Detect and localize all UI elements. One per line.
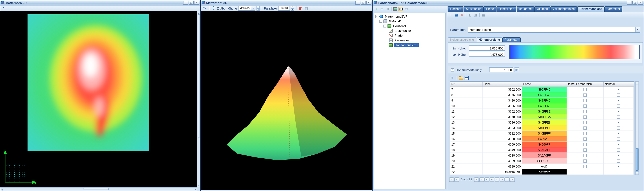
nav-down-button[interactable]: ▼	[500, 177, 504, 182]
tab-parameter[interactable]: Parameter	[604, 6, 622, 12]
sheet-icon[interactable]: ▤	[454, 12, 459, 17]
table-row[interactable]: 13 3756,000 $40FFE8 ✓	[450, 120, 634, 125]
sichtbar-checkbox[interactable]: ✓	[617, 104, 620, 108]
sichtbar-checkbox[interactable]: ✓	[617, 165, 620, 168]
hoehenunterteilung-input[interactable]: 1,000	[489, 67, 513, 72]
color-swatch[interactable]: $CDCDFF	[522, 158, 567, 164]
tree-item-horizont1[interactable]: - Horizont1	[374, 23, 446, 28]
scroll-left-icon[interactable]: ◀	[1, 188, 2, 191]
color-swatch[interactable]: $40BFFF	[522, 131, 567, 136]
tree-item-gmodel1[interactable]: - GModel1	[374, 19, 446, 23]
table-row[interactable]: 10 3526,000 $40FF63 ✓	[450, 103, 634, 109]
scroll-thumb[interactable]	[83, 188, 108, 190]
color-swatch[interactable]: $A0A0FF	[522, 153, 567, 158]
column-header-farbe[interactable]: Farbe	[522, 82, 567, 87]
table-row[interactable]: 11 3602,000 $40FF8E ✓	[450, 109, 634, 114]
nav-cancel-button[interactable]: ×	[510, 177, 515, 182]
sichtbar-checkbox[interactable]: ✓	[617, 132, 620, 135]
table-row[interactable]: 8 3376,000 $6FFF40 ✓	[450, 92, 634, 98]
color-swatch[interactable]: $6FFF40	[522, 92, 567, 98]
save-icon[interactable]	[464, 75, 469, 80]
column-header-nr[interactable]: Nr.	[450, 82, 482, 87]
color-swatch[interactable]: $40FF63	[522, 103, 567, 109]
table-row[interactable]: 21 4389,000 weiß ✓ ✓	[450, 164, 634, 169]
tree-item-stuetzpunkte[interactable]: Stützpunkte	[374, 28, 446, 33]
chevron-down-icon[interactable]: ▼	[251, 6, 255, 10]
nav-next-button[interactable]: ›	[474, 177, 479, 182]
map-2d-canvas[interactable]: X	[0, 11, 197, 187]
sichtbar-checkbox[interactable]: ✓	[617, 159, 620, 163]
fester-farbbereich-checkbox[interactable]	[584, 121, 587, 124]
scroll-up-icon[interactable]: ▲	[636, 82, 638, 85]
sichtbar-checkbox[interactable]: ✓	[617, 148, 620, 152]
tab-horizont[interactable]: Horizont	[448, 6, 464, 12]
nav-first-button[interactable]: «	[449, 177, 454, 182]
sichtbar-checkbox[interactable]: ✓	[617, 137, 620, 141]
nav-edit-button[interactable]: ▲	[494, 177, 499, 182]
fester-farbbereich-checkbox[interactable]	[584, 148, 587, 152]
half2-icon[interactable]: ◨	[473, 12, 478, 17]
maximize-button[interactable]: □	[361, 1, 366, 5]
add-icon[interactable]: +	[448, 12, 453, 17]
tree-item-pfade[interactable]: Pfade	[374, 33, 446, 38]
subtab-hoehenbereiche[interactable]: Höhenbereiche	[476, 37, 502, 42]
subtab-neigungsbereiche[interactable]: Neigungsbereiche	[448, 37, 476, 42]
color-swatch[interactable]: $96FF40	[522, 87, 567, 92]
table-row[interactable]: 9 3450,000 $47FF40 ✓	[450, 98, 634, 103]
color-swatch[interactable]: $47FF40	[522, 98, 567, 103]
table-row[interactable]: 7 3302,000 $96FF40 ✓	[450, 87, 634, 92]
nav-post-button[interactable]: ✓	[505, 177, 510, 182]
scroll-up-icon[interactable]: ▲	[198, 12, 200, 14]
color-swatch[interactable]: $5A5AFF	[522, 147, 567, 153]
close-button[interactable]: ×	[638, 1, 643, 5]
fester-farbbereich-checkbox[interactable]	[584, 115, 587, 119]
half1-icon[interactable]: ◧	[468, 12, 472, 17]
tab-stuetzpunkte[interactable]: Stützpunkte	[464, 6, 484, 12]
image-icon[interactable]	[393, 6, 398, 11]
collapse-icon[interactable]: -	[384, 24, 386, 27]
fester-farbbereich-checkbox[interactable]	[584, 93, 587, 97]
titlebar-3d[interactable]: Matterhorn 3D − □ ×	[201, 0, 372, 5]
close-button[interactable]: ×	[366, 1, 371, 5]
fester-farbbereich-checkbox[interactable]	[584, 99, 587, 102]
spin-up-icon[interactable]: ▲	[291, 6, 294, 8]
tab-hoehenlinien[interactable]: Höhenlinien	[496, 6, 516, 12]
parallaxe-input[interactable]: 0,001	[278, 6, 290, 11]
spin-down-icon[interactable]: ▼	[291, 8, 294, 11]
sichtbar-checkbox[interactable]: ✓	[617, 110, 620, 113]
table-row[interactable]: 20 4309,000 $CDCDFF ✓	[450, 158, 634, 164]
legend-icon[interactable]: ▦	[404, 6, 409, 11]
minimize-button[interactable]: −	[355, 1, 360, 5]
fester-farbbereich-checkbox[interactable]	[584, 137, 587, 141]
sichtbar-checkbox[interactable]: ✓	[617, 126, 620, 130]
table-row[interactable]: 15 3912,000 $40BFFF ✓	[450, 131, 634, 136]
z-spinner[interactable]: ▲ ▼	[257, 6, 260, 11]
sichtbar-checkbox[interactable]: ✓	[617, 88, 620, 91]
titlebar-2d[interactable]: Matterhorn 2D − □ ×	[0, 0, 200, 5]
refresh-icon[interactable]: ↻	[202, 6, 207, 11]
minimize-button[interactable]: −	[627, 1, 632, 5]
color-swatch[interactable]: $40FFBA	[522, 114, 567, 120]
fester-farbbereich-checkbox[interactable]	[584, 154, 587, 157]
sichtbar-checkbox[interactable]: ✓	[617, 154, 620, 157]
fester-farbbereich-checkbox[interactable]	[584, 159, 587, 163]
color-swatch[interactable]: schwarz	[522, 169, 567, 175]
nav-delete-button[interactable]: −	[489, 177, 494, 182]
subtab-parameter[interactable]: Parameter	[502, 37, 521, 42]
eye-icon[interactable]	[398, 6, 403, 11]
delete-icon[interactable]: ×	[460, 12, 464, 17]
sichtbar-checkbox[interactable]: ✓	[617, 93, 620, 97]
grid-icon[interactable]: ▦	[481, 12, 486, 17]
table-row[interactable]: 14 3833,000 $40EBFF ✓	[450, 125, 634, 131]
collapse-icon[interactable]: -	[380, 20, 382, 22]
sheet2-icon[interactable]: ▥	[385, 6, 390, 11]
nav-last-button[interactable]: »	[479, 177, 484, 182]
scroll-thumb[interactable]	[636, 148, 638, 171]
fester-farbbereich-checkbox[interactable]	[584, 132, 587, 135]
color-swatch[interactable]: $40EBFF	[522, 125, 567, 131]
color-swatch[interactable]: $4092FF	[522, 136, 567, 142]
spin-up-icon[interactable]: ▲	[257, 6, 260, 8]
fester-farbbereich-checkbox[interactable]	[584, 88, 587, 91]
scroll-right-icon[interactable]: ▶	[195, 188, 196, 191]
color-swatch[interactable]: weiß	[522, 164, 567, 169]
